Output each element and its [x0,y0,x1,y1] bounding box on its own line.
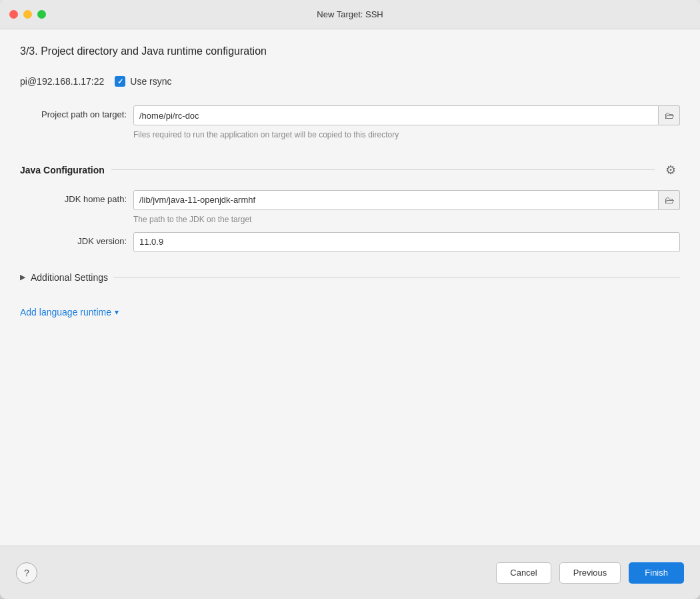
titlebar: New Target: SSH [0,0,700,29]
jdk-home-input-group: 🗁 [133,190,680,210]
connection-address: pi@192.168.1.17:22 [20,76,104,87]
use-rsync-label: Use rsync [130,76,171,87]
jdk-version-label: JDK version: [20,232,133,246]
project-path-browse-button[interactable]: 🗁 [659,105,680,125]
minimize-button[interactable] [23,10,32,19]
jdk-home-hint: The path to the JDK on the target [133,214,680,225]
gear-button[interactable]: ⚙ [661,161,680,179]
cancel-button[interactable]: Cancel [496,562,551,584]
jdk-version-row: JDK version: [20,232,680,252]
project-path-field-group: 🗁 Files required to run the application … [133,105,680,141]
project-path-hint: Files required to run the application on… [133,129,680,141]
help-icon: ? [24,568,29,578]
window-title: New Target: SSH [317,9,383,19]
jdk-home-row: JDK home path: 🗁 The path to the JDK on … [20,190,680,225]
add-language-runtime[interactable]: Add language runtime ▾ [20,307,680,318]
java-configuration-section: Java Configuration ⚙ [20,161,680,179]
use-rsync-checkbox[interactable] [115,76,125,87]
folder-icon: 🗁 [665,195,674,205]
additional-settings-label: Additional Settings [31,272,108,283]
jdk-home-field-group: 🗁 The path to the JDK on the target [133,190,680,225]
finish-button[interactable]: Finish [629,562,684,584]
connection-row: pi@192.168.1.17:22 Use rsync [20,76,680,87]
jdk-version-field-group [133,232,680,252]
dialog-content: 3/3. Project directory and Java runtime … [0,29,700,546]
additional-settings-row: ▶ Additional Settings [20,272,680,283]
jdk-home-browse-button[interactable]: 🗁 [659,190,680,210]
window-controls [9,10,46,19]
folder-icon: 🗁 [665,110,674,121]
jdk-version-input[interactable] [133,232,680,252]
dialog-footer: ? Cancel Previous Finish [0,546,700,599]
project-path-label: Project path on target: [20,105,133,119]
previous-button[interactable]: Previous [559,562,621,584]
gear-icon: ⚙ [665,163,676,177]
section-divider [111,169,655,170]
java-configuration-title: Java Configuration [20,165,105,175]
jdk-home-input[interactable] [133,190,659,210]
project-path-input[interactable] [133,105,659,125]
rsync-checkbox-wrapper[interactable]: Use rsync [115,76,171,87]
help-button[interactable]: ? [16,562,37,584]
expand-arrow-icon[interactable]: ▶ [20,273,25,281]
project-path-input-group: 🗁 [133,105,680,125]
close-button[interactable] [9,10,18,19]
settings-divider [113,277,680,277]
add-runtime-label: Add language runtime [20,307,111,318]
step-title: 3/3. Project directory and Java runtime … [20,45,680,57]
add-runtime-arrow-icon: ▾ [115,308,119,317]
project-path-row: Project path on target: 🗁 Files required… [20,105,680,141]
dialog-window: New Target: SSH 3/3. Project directory a… [0,0,700,599]
maximize-button[interactable] [37,10,46,19]
jdk-home-label: JDK home path: [20,190,133,204]
